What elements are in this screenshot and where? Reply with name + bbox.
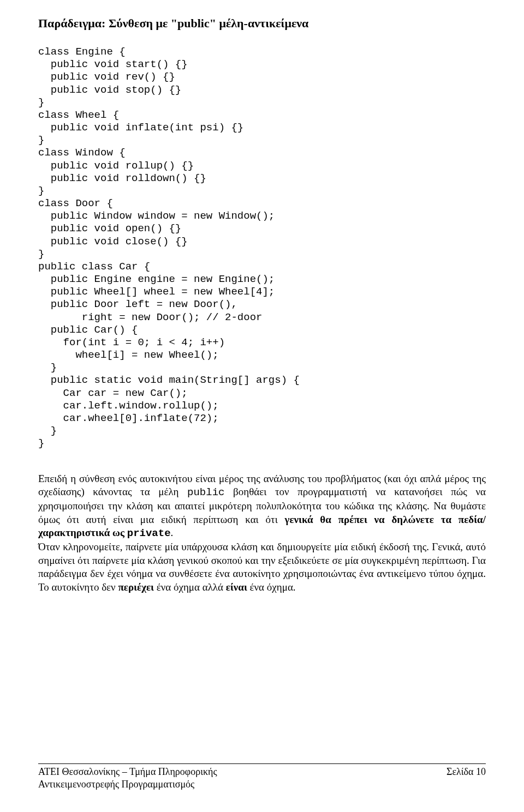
page-footer: ΑΤΕΙ Θεσσαλονίκης – Τμήμα Πληροφορικής Α… — [38, 747, 486, 790]
footer-course: Αντικειμενοστρεφής Προγραμματισμός — [38, 778, 217, 791]
footer-divider — [38, 763, 486, 764]
inline-code: public — [187, 486, 224, 498]
text: . — [171, 527, 174, 538]
bold-text: είναι — [226, 581, 247, 593]
section-heading: Παράδειγμα: Σύνθεση με "public" μέλη-αντ… — [38, 16, 486, 31]
text: ένα όχημα. — [247, 581, 296, 593]
footer-institution: ΑΤΕΙ Θεσσαλονίκης – Τμήμα Πληροφορικής — [38, 766, 217, 778]
page-number: Σελίδα 10 — [446, 766, 486, 790]
text: ένα όχημα αλλά — [154, 581, 226, 593]
inline-code: private — [127, 527, 171, 539]
body-text: Επειδή η σύνθεση ενός αυτοκινήτου είναι … — [38, 472, 486, 594]
code-block: class Engine { public void start() {} pu… — [38, 46, 486, 450]
bold-text: περιέχει — [118, 581, 154, 593]
